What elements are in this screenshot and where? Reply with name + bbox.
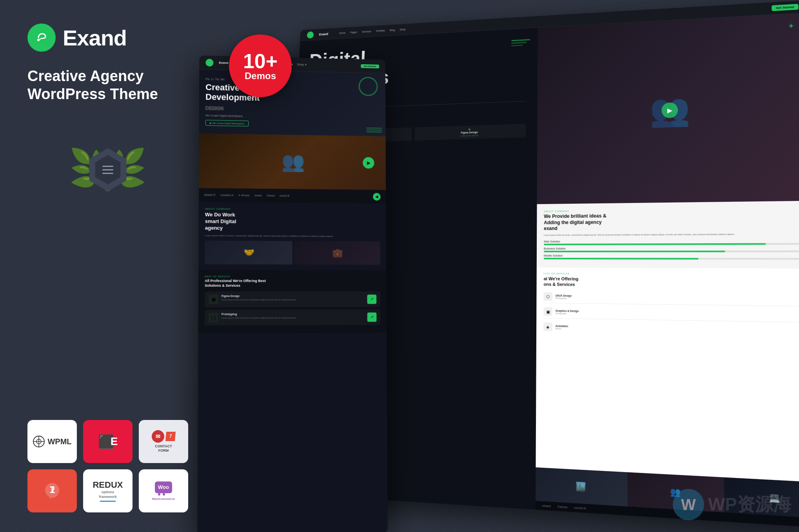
contactform-badge: ✉ 7 CONTACTFORM bbox=[139, 420, 188, 463]
award-badge: 🌿 🌿 bbox=[69, 130, 147, 209]
hexagon-badge bbox=[86, 148, 129, 191]
service-card-2: { } Prototyping Lorem ipsum dolor sit am… bbox=[205, 309, 380, 325]
wpml-badge: WPML bbox=[27, 420, 77, 463]
redux-red-badge bbox=[27, 469, 77, 512]
plugins-grid: WPML ⬛ E ✉ 7 CONTACTFORM bbox=[27, 420, 188, 512]
woo-badge: Woo WooCommerce bbox=[139, 469, 188, 512]
demo-count: 10+ bbox=[243, 51, 278, 71]
service-arrow-1: ↗ bbox=[367, 295, 377, 304]
front-services: BEST OF SERVICE All Professional We're O… bbox=[198, 270, 387, 333]
logo-area: Exand bbox=[27, 24, 188, 52]
front-cta-btn: ▶ We Create Digital Marketplace bbox=[205, 120, 249, 127]
front-brands: KHAN IT creative it ✦ itresor smart Canv… bbox=[199, 188, 386, 204]
tagline-line1: Creative Agency bbox=[27, 67, 188, 85]
elementor-badge: ⬛ E bbox=[83, 420, 133, 463]
tagline: Creative Agency WordPress Theme bbox=[27, 67, 188, 103]
front-screen: Exand Home Pages ▾ Portfolio ▾ Blog ▾ Sh… bbox=[197, 56, 387, 532]
tagline-line2: WordPress Theme bbox=[27, 85, 188, 103]
back-logo-icon bbox=[307, 31, 314, 39]
demo-badge: 10+ Demos bbox=[229, 34, 292, 97]
demo-label: Demos bbox=[245, 71, 276, 81]
svg-point-0 bbox=[35, 31, 49, 45]
brand-name: Exand bbox=[63, 25, 127, 51]
front-hero-title: CreativeDevelopment DESIGN bbox=[205, 82, 380, 115]
redux-white-badge: REDUX optionsframework bbox=[83, 469, 133, 512]
lines-decoration bbox=[367, 128, 382, 132]
front-nav-btn: Get Started bbox=[361, 64, 379, 68]
about-title: We Do Worksmart Digitalagency bbox=[205, 212, 380, 232]
skill-mobile: Mobile Solution60% bbox=[544, 254, 799, 260]
skill-business: Business Solution70% bbox=[544, 247, 799, 252]
about-label: ABOUT COMPANY bbox=[205, 208, 380, 212]
front-hero-sub: We Create Digital Marketplace bbox=[205, 114, 380, 120]
service-card-1: ▣ Figma Design Lorem ipsum dolor sit ame… bbox=[205, 291, 380, 307]
logo-icon bbox=[27, 24, 56, 52]
lines-icon bbox=[102, 166, 113, 174]
front-screen-hero: Fb. Li. Tw. Be. CreativeDevelopment DESI… bbox=[199, 69, 386, 136]
wpml-logo: WPML bbox=[33, 435, 71, 448]
service-arrow-2: ↗ bbox=[367, 312, 377, 322]
front-about: ABOUT COMPANY We Do Worksmart Digitalage… bbox=[198, 202, 386, 270]
back-nav-btn: Get Started bbox=[772, 4, 799, 11]
left-panel: Exand Creative Agency WordPress Theme 🌿 … bbox=[0, 0, 212, 532]
about-body: Lorem ipsum dolor sit amet, consectetur … bbox=[205, 234, 380, 239]
right-panel: 10+ Demos Exand Home Pages Services Port… bbox=[188, 0, 799, 532]
front-hero-image: ▶ bbox=[199, 133, 386, 190]
skill-web: Web Solution85% bbox=[544, 239, 799, 245]
